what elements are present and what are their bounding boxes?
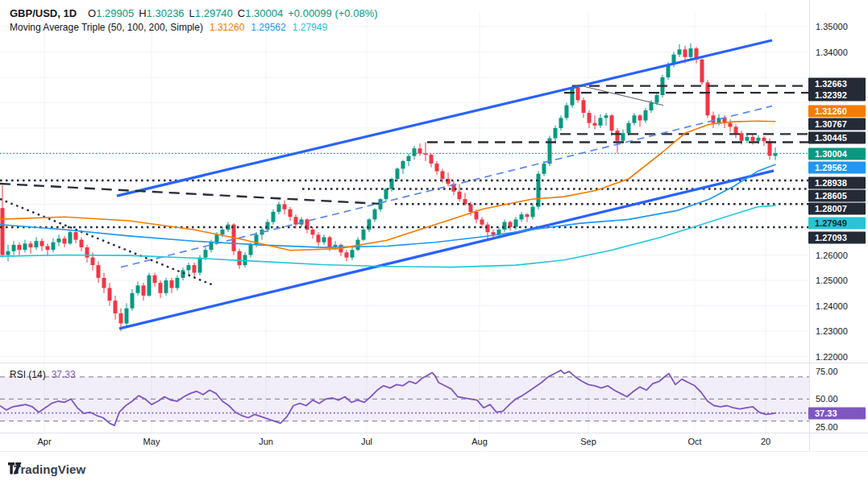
- price-badge-1.27093: 1.27093: [808, 231, 866, 243]
- candle-body: [554, 128, 558, 139]
- trendline-channel[interactable]: [119, 171, 774, 329]
- candle-body: [475, 212, 479, 219]
- candle-body: [311, 230, 315, 234]
- ma-indicator-legend[interactable]: Moving Average Triple (50, 100, 200, Sim…: [10, 22, 327, 33]
- symbol-legend[interactable]: GBP/USD, 1DO1.29905H1.30236L1.29740C1.30…: [10, 7, 378, 19]
- price-badge-1.32392: 1.32392: [808, 89, 866, 101]
- price-tick-label: 1.25000: [816, 276, 848, 285]
- candle-body: [114, 301, 118, 313]
- candle-body: [678, 49, 682, 54]
- candle-body: [215, 234, 219, 242]
- candle-body: [170, 280, 174, 288]
- candle-body: [384, 189, 388, 200]
- candle-body: [604, 115, 608, 118]
- candle-body: [430, 155, 434, 164]
- low-label: L: [189, 7, 195, 19]
- candle-body: [362, 230, 366, 240]
- time-axis-label-Jul: Jul: [361, 437, 372, 446]
- high-value: 1.30236: [147, 7, 185, 19]
- candle-body: [210, 242, 214, 250]
- candle-body: [531, 207, 535, 218]
- candle-body: [345, 252, 349, 257]
- candle-body: [514, 219, 518, 226]
- candle-body: [627, 123, 631, 134]
- candle-body: [565, 106, 569, 118]
- candle-body: [458, 192, 462, 199]
- candle-body: [644, 110, 648, 121]
- candle-body: [559, 118, 563, 128]
- trendline-dashed-black[interactable]: [0, 184, 379, 204]
- candle-body: [12, 245, 16, 251]
- candle-body: [40, 241, 44, 246]
- candle-body: [198, 258, 202, 273]
- candle-body: [18, 245, 22, 250]
- candle-body: [480, 219, 484, 224]
- chart-canvas[interactable]: [0, 0, 868, 485]
- candle-body: [328, 237, 332, 247]
- rsi-indicator-legend[interactable]: RSI (14)37.33: [10, 369, 76, 380]
- candle-body: [745, 137, 750, 141]
- trendline-dotted-black[interactable]: [0, 199, 215, 286]
- ma-indicator-title: Moving Average Triple (50, 100, 200, Sim…: [10, 22, 203, 33]
- candle-body: [187, 265, 191, 270]
- candle-body: [153, 276, 157, 283]
- candle-body: [407, 156, 411, 161]
- candle-body: [582, 100, 586, 113]
- close-value: 1.30004: [245, 7, 283, 19]
- sma-50-line: [0, 121, 775, 251]
- candle-body: [418, 148, 422, 153]
- price-badge-1.27949: 1.27949: [808, 217, 866, 229]
- candle-body: [650, 103, 654, 110]
- price-tick-label: 1.26000: [816, 251, 848, 260]
- candle-body: [159, 283, 163, 293]
- candle-body: [633, 115, 637, 122]
- candle-body: [700, 60, 704, 82]
- rsi-tick-label: 75.00: [816, 367, 838, 376]
- time-axis-label-Oct: Oct: [687, 437, 701, 446]
- sma-200-line: [0, 205, 775, 267]
- price-badge-1.30445: 1.30445: [808, 131, 866, 143]
- candle-body: [272, 212, 276, 222]
- candle-body: [147, 276, 152, 296]
- candle-body: [35, 241, 39, 247]
- candle-body: [125, 309, 129, 324]
- low-value: 1.29740: [195, 7, 233, 19]
- candle-body: [492, 232, 496, 234]
- time-axis-label-Apr: Apr: [37, 437, 51, 446]
- time-axis-label-Jun: Jun: [259, 437, 273, 446]
- rsi-tick-label: 50.00: [816, 394, 838, 404]
- candle-body: [689, 48, 693, 57]
- candle-body: [655, 95, 659, 102]
- price-badge-1.28007: 1.28007: [808, 202, 866, 214]
- open-value: 1.29905: [96, 7, 134, 19]
- price-badge-1.29562: 1.29562: [808, 161, 866, 173]
- candle-body: [193, 265, 197, 272]
- close-label: C: [238, 7, 245, 19]
- tradingview-chart-widget: GBP/USD, 1DO1.29905H1.30236L1.29740C1.30…: [0, 0, 868, 485]
- candle-body: [74, 232, 78, 239]
- change-value: +0.00099 (+0.08%): [288, 7, 377, 19]
- candle-body: [108, 288, 112, 301]
- price-tick-label: 1.35000: [816, 22, 848, 31]
- trendline-thin-solid[interactable]: [578, 85, 663, 105]
- tradingview-logo[interactable]: TradingView: [8, 462, 85, 476]
- price-badge-1.30004: 1.30004: [808, 147, 866, 160]
- candle-body: [373, 209, 377, 220]
- candle-body: [542, 164, 546, 174]
- candle-body: [588, 113, 592, 123]
- rsi-value: 37.33: [52, 369, 76, 380]
- candle-body: [599, 118, 603, 125]
- candle-body: [322, 237, 326, 242]
- candle-body: [1, 208, 5, 255]
- candle-body: [131, 293, 135, 309]
- candle-body: [63, 238, 67, 243]
- candle-body: [379, 199, 383, 209]
- candle-body: [80, 240, 84, 247]
- sma50-value: 1.31260: [210, 22, 244, 33]
- candle-body: [520, 214, 524, 219]
- candle-body: [751, 137, 755, 141]
- candle-body: [610, 115, 614, 131]
- candle-body: [119, 313, 123, 324]
- candle-body: [621, 133, 625, 140]
- candle-body: [289, 209, 293, 217]
